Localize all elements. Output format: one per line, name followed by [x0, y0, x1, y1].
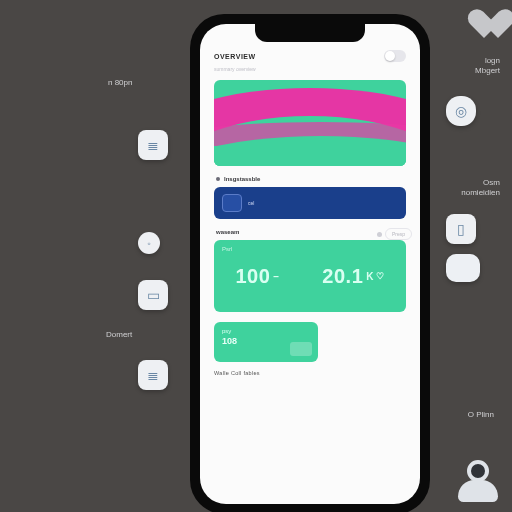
chip-icon [222, 194, 242, 212]
section-label: waseam [216, 229, 404, 235]
page-title: OVERVIEW [214, 53, 256, 60]
metrics-label: Psrl [222, 246, 232, 252]
pill-tag[interactable]: Presp [385, 228, 412, 240]
side-label: O Plinn [468, 410, 494, 420]
metric-2: 20.1K♡ [322, 265, 384, 288]
avatar-icon [456, 460, 500, 504]
speech-bubble-icon[interactable] [446, 254, 480, 282]
metrics-card[interactable]: Psrl 100– 20.1K♡ [214, 240, 406, 312]
side-label: Domert [106, 330, 132, 340]
footer-label: Walle Coll fables [214, 370, 406, 376]
toggle-switch[interactable] [384, 50, 406, 62]
page-subtitle: summary overview [214, 66, 406, 72]
info-bar-text: cel [248, 200, 254, 206]
circle-icon[interactable]: ◦ [138, 232, 160, 254]
info-bar[interactable]: cel [214, 187, 406, 219]
mini-label: psy [222, 328, 310, 334]
list-icon[interactable]: ≣ [138, 130, 168, 160]
metric-1: 100– [235, 265, 279, 288]
phone-screen: OVERVIEW summary overview Insgstassble P… [200, 24, 420, 504]
user-shield-icon[interactable]: ◎ [446, 96, 476, 126]
mini-card[interactable]: psy 108 [214, 322, 318, 362]
eye-icon [377, 232, 382, 237]
list-icon[interactable]: ≣ [138, 360, 168, 390]
side-label: Osmnomieidien [461, 178, 500, 197]
section-label: Insgstassble [216, 176, 404, 182]
mini-value: 108 [222, 336, 310, 346]
heart-icon: ♡ [376, 271, 385, 281]
trend-chart[interactable] [214, 80, 406, 166]
heart-icon [480, 10, 512, 40]
phone-frame: OVERVIEW summary overview Insgstassble P… [190, 14, 430, 512]
card-icon[interactable]: ▭ [138, 280, 168, 310]
panel-icon[interactable]: ▯ [446, 214, 476, 244]
side-label: lognMbgert [475, 56, 500, 75]
side-label: n 80pn [108, 78, 132, 88]
phone-notch [255, 24, 365, 42]
